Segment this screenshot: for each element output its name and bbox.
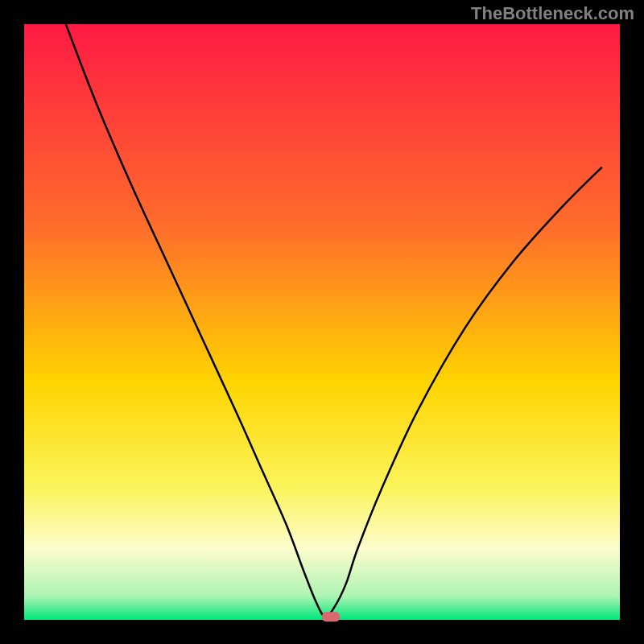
bottleneck-chart: [0, 0, 644, 644]
optimal-marker: [322, 612, 340, 621]
watermark-text: TheBottleneck.com: [471, 3, 634, 24]
chart-container: TheBottleneck.com: [0, 0, 644, 644]
plot-background: [24, 24, 620, 620]
